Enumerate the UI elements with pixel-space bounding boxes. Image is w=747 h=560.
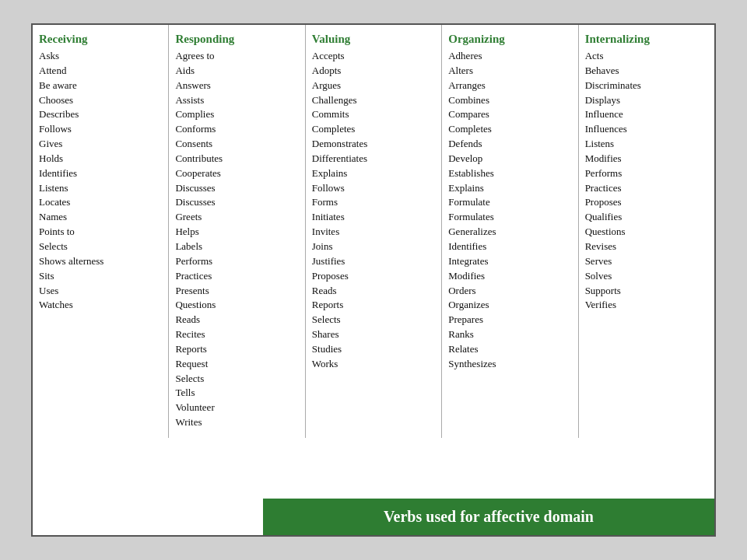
list-item: Reports [175,342,298,357]
list-item: Shows alterness [39,254,162,269]
list-item: Presents [175,284,298,299]
list-item: Commits [312,107,435,122]
list-item: Names [39,210,162,225]
list-item: Selects [175,372,298,387]
column-header-4: Internalizing [585,33,708,46]
list-item: Contributes [175,152,298,166]
list-item: Supports [585,284,708,299]
list-item: Ranks [448,327,571,342]
list-item: Attend [39,64,162,79]
list-item: Initiates [312,210,435,225]
list-item: Forms [312,195,435,210]
list-item: Identifies [448,240,571,254]
list-item: Practices [585,181,708,196]
list-item: Behaves [585,64,708,79]
list-item: Agrees to [175,49,298,64]
list-item: Be aware [39,79,162,93]
list-item: Volunteer [175,401,298,415]
list-item: Reads [175,313,298,327]
list-item: Questions [175,298,298,313]
list-item: Works [312,357,435,372]
list-item: Listens [585,137,708,152]
list-item: Locates [39,195,162,210]
list-item: Prepares [448,313,571,327]
list-item: Performs [175,254,298,269]
list-item: Serves [585,254,708,269]
list-item: Practices [175,269,298,284]
list-item: Listens [39,181,162,196]
footer-banner: Verbs used for affective domain [263,499,714,535]
list-item: Formulate [448,195,571,210]
list-item: Demonstrates [312,137,435,152]
list-item: Alters [448,64,571,79]
list-item: Integrates [448,254,571,269]
list-item: Displays [585,93,708,108]
list-item: Asks [39,49,162,64]
list-item: Orders [448,284,571,299]
list-item: Describes [39,107,162,122]
list-item: Adopts [312,64,435,79]
list-item: Discusses [175,181,298,196]
list-item: Complies [175,107,298,122]
list-item: Completes [448,122,571,137]
list-item: Assists [175,93,298,108]
list-item: Helps [175,225,298,240]
list-item: Points to [39,225,162,240]
list-item: Watches [39,298,162,313]
list-item: Differentiates [312,152,435,166]
list-item: Explains [448,181,571,196]
main-container: ReceivingAsksAttendBe awareChoosesDescri… [31,23,716,537]
list-item: Greets [175,210,298,225]
list-item: Selects [39,240,162,254]
list-item: Challenges [312,93,435,108]
list-item: Writes [175,415,298,430]
column-responding: RespondingAgrees toAidsAnswersAssistsCom… [169,25,305,438]
column-organizing: OrganizingAdheresAltersArrangesCombinesC… [442,25,578,438]
list-item: Sits [39,269,162,284]
column-internalizing: InternalizingActsBehavesDiscriminatesDis… [579,25,714,438]
list-item: Modifies [448,269,571,284]
list-item: Accepts [312,49,435,64]
list-item: Reads [312,284,435,299]
list-item: Aids [175,64,298,79]
list-item: Selects [312,313,435,327]
list-item: Reports [312,298,435,313]
list-item: Organizes [448,298,571,313]
list-item: Holds [39,152,162,166]
list-item: Relates [448,342,571,357]
list-item: Influence [585,107,708,122]
list-item: Solves [585,269,708,284]
list-item: Request [175,357,298,372]
list-item: Gives [39,137,162,152]
list-item: Combines [448,93,571,108]
list-item: Labels [175,240,298,254]
list-item: Adheres [448,49,571,64]
list-item: Identifies [39,166,162,181]
list-item: Questions [585,225,708,240]
list-item: Discriminates [585,79,708,93]
list-item: Develop [448,152,571,166]
list-item: Defends [448,137,571,152]
list-item: Follows [312,181,435,196]
column-header-2: Valuing [312,33,435,46]
list-item: Explains [312,166,435,181]
list-item: Studies [312,342,435,357]
list-item: Completes [312,122,435,137]
list-item: Shares [312,327,435,342]
list-item: Revises [585,240,708,254]
list-item: Cooperates [175,166,298,181]
column-header-1: Responding [175,33,298,46]
column-valuing: ValuingAcceptsAdoptsArguesChallengesComm… [306,25,442,438]
list-item: Generalizes [448,225,571,240]
column-header-3: Organizing [448,33,571,46]
list-item: Proposes [585,195,708,210]
column-receiving: ReceivingAsksAttendBe awareChoosesDescri… [33,25,169,438]
list-item: Argues [312,79,435,93]
list-item: Conforms [175,122,298,137]
list-item: Modifies [585,152,708,166]
list-item: Establishes [448,166,571,181]
list-item: Formulates [448,210,571,225]
list-item: Qualifies [585,210,708,225]
list-item: Answers [175,79,298,93]
list-item: Recites [175,327,298,342]
